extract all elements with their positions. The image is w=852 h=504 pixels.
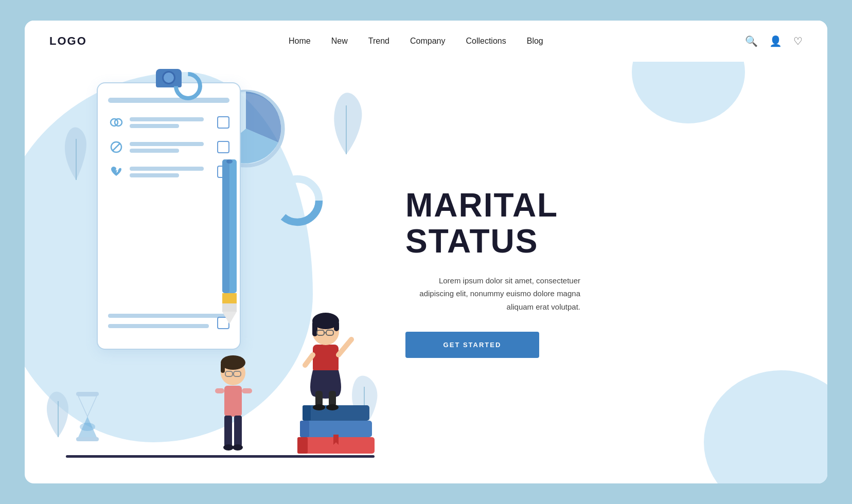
svg-rect-52 — [329, 391, 336, 406]
svg-line-49 — [339, 339, 351, 355]
clipboard-row-1 — [98, 114, 240, 131]
person-woman — [297, 309, 354, 411]
clipboard — [97, 82, 241, 350]
svg-rect-20 — [297, 437, 308, 454]
svg-rect-37 — [224, 416, 232, 446]
svg-point-54 — [326, 404, 339, 410]
giant-pen-icon — [220, 159, 239, 324]
svg-line-50 — [305, 355, 313, 365]
clipboard-header-line — [108, 98, 229, 103]
clipboard-bottom-line — [108, 314, 229, 318]
svg-rect-11 — [222, 159, 229, 293]
svg-rect-8 — [76, 437, 99, 441]
leaf-right-top — [323, 93, 369, 159]
svg-rect-41 — [313, 345, 339, 373]
nav-item-company[interactable]: Company — [410, 37, 445, 46]
clipboard-row-3-lines — [130, 167, 212, 177]
nav-item-home[interactable]: Home — [289, 37, 311, 46]
svg-rect-38 — [234, 416, 242, 446]
nav-icons: 🔍 👤 ♡ — [745, 35, 803, 47]
svg-rect-31 — [221, 363, 225, 373]
svg-rect-12 — [222, 293, 237, 303]
heart-icon[interactable]: ♡ — [793, 35, 803, 47]
svg-rect-36 — [242, 388, 252, 393]
svg-point-40 — [233, 444, 243, 451]
navbar: LOGO Home New Trend Company Collections … — [25, 21, 827, 62]
nav-item-new[interactable]: New — [331, 37, 348, 46]
search-icon[interactable]: 🔍 — [745, 35, 758, 47]
leaf-left-bottom — [40, 391, 76, 442]
hero-description: Lorem ipsum dolor sit amet, consectetuer… — [405, 274, 580, 314]
nav-link-home[interactable]: Home — [289, 37, 311, 45]
cta-button[interactable]: GET STARTED — [405, 332, 539, 358]
page-frame: LOGO Home New Trend Company Collections … — [25, 21, 827, 483]
clipboard-row-2 — [98, 139, 240, 155]
svg-rect-13 — [222, 303, 237, 312]
hourglass-icon — [72, 391, 103, 442]
svg-point-53 — [313, 404, 325, 410]
ground-line — [66, 455, 375, 458]
svg-rect-35 — [215, 388, 224, 393]
svg-rect-45 — [334, 321, 339, 331]
nav-item-trend[interactable]: Trend — [368, 37, 389, 46]
svg-rect-22 — [300, 421, 309, 437]
nav-item-blog[interactable]: Blog — [527, 37, 543, 46]
main-content: MARITAL STATUS Lorem ipsum dolor sit ame… — [25, 62, 827, 483]
right-content: MARITAL STATUS Lorem ipsum dolor sit ame… — [385, 62, 827, 483]
hero-title-line1: MARITAL — [405, 187, 558, 224]
nav-links: Home New Trend Company Collections Blog — [289, 37, 543, 46]
clipboard-row-3 — [98, 164, 240, 180]
no-sign-icon — [108, 139, 125, 155]
checkbox-1 — [217, 116, 229, 129]
nav-link-new[interactable]: New — [331, 37, 348, 45]
svg-point-39 — [223, 444, 234, 451]
pie-chart-small — [267, 170, 328, 231]
clipboard-row-1-lines — [130, 117, 212, 128]
nav-link-trend[interactable]: Trend — [368, 37, 389, 45]
svg-rect-28 — [224, 386, 242, 417]
svg-rect-51 — [315, 391, 323, 406]
rings-icon — [108, 114, 125, 131]
broken-heart-icon — [108, 164, 125, 180]
leaf-left-top — [56, 123, 97, 185]
checkbox-2 — [217, 141, 229, 153]
illustration-area — [25, 62, 385, 483]
nav-link-blog[interactable]: Blog — [527, 37, 543, 45]
nav-link-collections[interactable]: Collections — [466, 37, 506, 45]
user-icon[interactable]: 👤 — [769, 35, 782, 47]
hero-title-line2: STATUS — [405, 223, 539, 260]
nav-item-collections[interactable]: Collections — [466, 37, 506, 46]
person-boy — [210, 345, 256, 458]
nav-link-company[interactable]: Company — [410, 37, 445, 45]
svg-line-6 — [113, 143, 120, 151]
svg-point-14 — [226, 159, 233, 164]
logo: LOGO — [49, 34, 87, 48]
svg-rect-7 — [76, 392, 99, 396]
clipboard-bottom-line2 — [108, 324, 209, 328]
svg-point-9 — [80, 423, 95, 431]
hero-title: MARITAL STATUS — [405, 187, 796, 260]
clipboard-row-2-lines — [130, 142, 212, 153]
